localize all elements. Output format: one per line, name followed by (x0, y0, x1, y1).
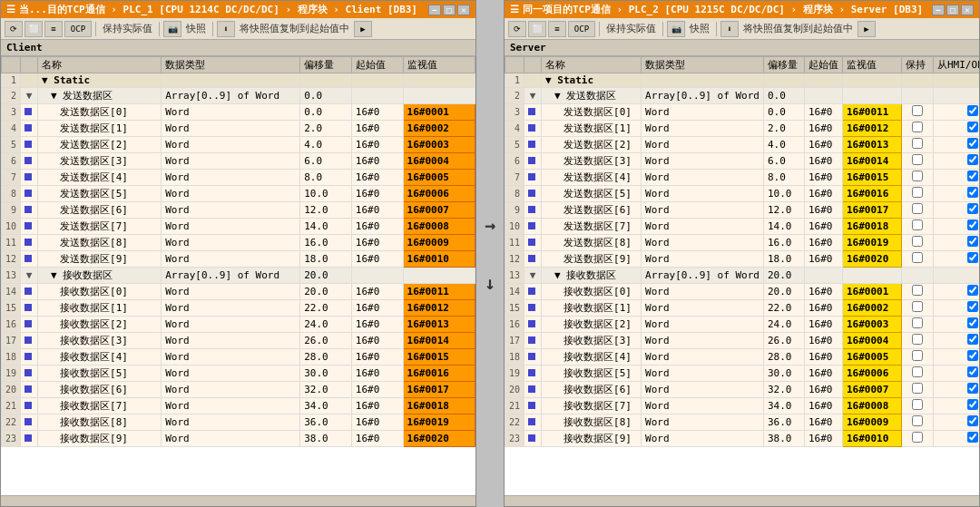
hmi-checkbox[interactable] (967, 203, 978, 214)
right-table-row[interactable]: 1▼ Static (505, 73, 980, 88)
hold-checkbox[interactable] (912, 219, 923, 230)
right-row-hold[interactable] (901, 73, 933, 88)
right-table-row[interactable]: 6发送数据区[3]Word6.016#016#0014 (505, 153, 980, 170)
right-row-hmi[interactable] (933, 137, 979, 153)
left-table-row[interactable]: 1▼ Static (2, 73, 475, 88)
right-table-row[interactable]: 19接收数据区[5]Word30.016#016#0006 (505, 366, 980, 382)
right-row-hmi[interactable] (933, 235, 979, 251)
right-row-hmi[interactable] (933, 317, 979, 333)
right-row-hold[interactable] (901, 153, 933, 170)
left-copy-snapshot-btn[interactable]: ⬇ (217, 21, 235, 37)
left-toolbar-btn2[interactable]: ⬜ (24, 21, 43, 37)
right-row-hold[interactable] (901, 251, 933, 268)
hmi-checkbox[interactable] (967, 105, 978, 116)
right-table-row[interactable]: 15接收数据区[1]Word22.016#016#0002 (505, 300, 980, 317)
right-copy-snapshot-btn[interactable]: ⬇ (720, 21, 739, 37)
right-row-hold[interactable] (901, 349, 933, 366)
right-row-hold[interactable] (901, 414, 933, 431)
right-table-row[interactable]: 14接收数据区[0]Word20.016#016#0001 (505, 284, 980, 300)
right-table-row[interactable]: 13▼▼ 接收数据区Array[0..9] of Word20.0 (505, 268, 980, 284)
left-close-button[interactable]: ✕ (457, 5, 470, 15)
right-row-hold[interactable] (901, 88, 933, 104)
right-more-btn[interactable]: ▶ (858, 21, 876, 37)
right-table-row[interactable]: 17接收数据区[3]Word26.016#016#0004 (505, 333, 980, 349)
right-table-row[interactable]: 20接收数据区[6]Word32.016#016#0007 (505, 382, 980, 398)
right-table-row[interactable]: 21接收数据区[7]Word34.016#016#0008 (505, 398, 980, 414)
right-row-hmi[interactable] (933, 431, 979, 447)
right-table-row[interactable]: 18接收数据区[4]Word28.016#016#0005 (505, 349, 980, 366)
right-toolbar-btn4[interactable]: OCP (568, 21, 595, 37)
hold-checkbox[interactable] (912, 399, 923, 410)
left-table-row[interactable]: 13▼▼ 接收数据区Array[0..9] of Word20.0 (2, 268, 475, 284)
right-row-hold[interactable] (901, 382, 933, 398)
left-table-row[interactable]: 7发送数据区[4]Word8.016#016#0005 (2, 170, 475, 186)
left-table-row[interactable]: 11发送数据区[8]Word16.016#016#0009 (2, 235, 475, 251)
right-row-hold[interactable] (901, 398, 933, 414)
right-snapshot-btn[interactable]: 📷 (667, 21, 685, 37)
hold-checkbox[interactable] (912, 366, 923, 377)
right-table-row[interactable]: 3发送数据区[0]Word0.016#016#0011 (505, 104, 980, 121)
left-table-row[interactable]: 22接收数据区[8]Word36.016#016#0019 (2, 414, 475, 431)
left-table-container[interactable]: 名称 数据类型 偏移量 起始值 监视值 1▼ Static2▼▼ 发送数据区Ar… (1, 56, 475, 495)
right-row-hmi[interactable] (933, 104, 979, 121)
left-table-row[interactable]: 23接收数据区[9]Word38.016#016#0020 (2, 431, 475, 447)
hold-checkbox[interactable] (912, 350, 923, 361)
right-toolbar-btn2[interactable]: ⬜ (528, 21, 546, 37)
hmi-checkbox[interactable] (967, 252, 978, 263)
left-toolbar-btn4[interactable]: OCP (64, 21, 92, 37)
right-row-hold[interactable] (901, 137, 933, 153)
hold-checkbox[interactable] (912, 105, 923, 116)
hmi-checkbox[interactable] (967, 171, 978, 181)
left-table-row[interactable]: 5发送数据区[2]Word4.016#016#0003 (2, 137, 475, 153)
hmi-checkbox[interactable] (967, 285, 978, 296)
hold-checkbox[interactable] (912, 301, 923, 312)
hmi-checkbox[interactable] (967, 334, 978, 345)
left-table-row[interactable]: 10发送数据区[7]Word14.016#016#0008 (2, 219, 475, 235)
hold-checkbox[interactable] (912, 187, 923, 198)
right-row-hmi[interactable] (933, 88, 979, 104)
right-table-row[interactable]: 4发送数据区[1]Word2.016#016#0012 (505, 121, 980, 137)
hmi-checkbox[interactable] (967, 432, 978, 443)
right-table-container[interactable]: 名称 数据类型 偏移量 起始值 监视值 保持 从HMI/OPC... 1▼ St… (505, 56, 979, 495)
right-row-hold[interactable] (901, 268, 933, 284)
right-row-hmi[interactable] (933, 333, 979, 349)
right-row-hmi[interactable] (933, 153, 979, 170)
right-row-hmi[interactable] (933, 366, 979, 382)
hmi-checkbox[interactable] (967, 187, 978, 198)
left-table-row[interactable]: 14接收数据区[0]Word20.016#016#0011 (2, 284, 475, 300)
left-table-row[interactable]: 12发送数据区[9]Word18.016#016#0010 (2, 251, 475, 268)
right-row-hold[interactable] (901, 219, 933, 235)
left-minimize-button[interactable]: − (428, 5, 441, 15)
right-keep-actual[interactable]: 保持实际值 (603, 22, 659, 35)
right-row-hmi[interactable] (933, 121, 979, 137)
hmi-checkbox[interactable] (967, 350, 978, 361)
left-table-row[interactable]: 16接收数据区[2]Word24.016#016#0013 (2, 317, 475, 333)
hold-checkbox[interactable] (912, 203, 923, 214)
hold-checkbox[interactable] (912, 383, 923, 394)
left-more-btn[interactable]: ▶ (354, 21, 372, 37)
left-table-row[interactable]: 20接收数据区[6]Word32.016#016#0017 (2, 382, 475, 398)
right-row-hold[interactable] (901, 366, 933, 382)
hmi-checkbox[interactable] (967, 399, 978, 410)
left-table-row[interactable]: 9发送数据区[6]Word12.016#016#0007 (2, 202, 475, 219)
right-table-row[interactable]: 2▼▼ 发送数据区Array[0..9] of Word0.0 (505, 88, 980, 104)
right-row-hold[interactable] (901, 333, 933, 349)
right-row-hmi[interactable] (933, 414, 979, 431)
right-row-hold[interactable] (901, 170, 933, 186)
hmi-checkbox[interactable] (967, 415, 978, 426)
right-row-hold[interactable] (901, 202, 933, 219)
right-row-hmi[interactable] (933, 300, 979, 317)
hold-checkbox[interactable] (912, 122, 923, 132)
right-row-hmi[interactable] (933, 268, 979, 284)
right-row-hmi[interactable] (933, 186, 979, 202)
hold-checkbox[interactable] (912, 154, 923, 165)
hold-checkbox[interactable] (912, 171, 923, 181)
hold-checkbox[interactable] (912, 252, 923, 263)
right-row-hold[interactable] (901, 104, 933, 121)
left-scrollbar[interactable] (1, 495, 475, 506)
right-row-hmi[interactable] (933, 398, 979, 414)
right-maximize-button[interactable]: □ (946, 5, 959, 15)
right-row-hold[interactable] (901, 235, 933, 251)
right-minimize-button[interactable]: − (932, 5, 945, 15)
right-table-row[interactable]: 8发送数据区[5]Word10.016#016#0016 (505, 186, 980, 202)
